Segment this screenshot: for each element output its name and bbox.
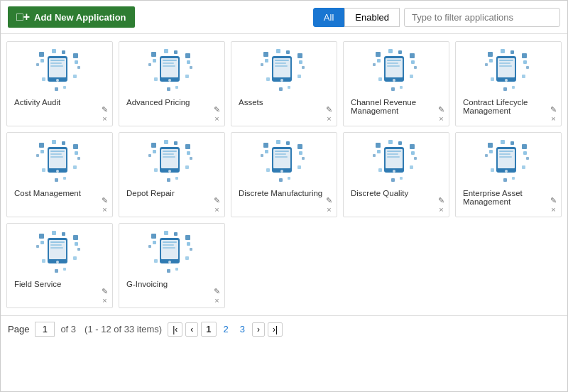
- svg-rect-148: [377, 150, 381, 153]
- svg-rect-39: [263, 52, 268, 57]
- svg-rect-59: [373, 63, 376, 66]
- filter-enabled-button[interactable]: Enabled: [344, 8, 400, 27]
- close-icon-6[interactable]: ×: [102, 206, 106, 214]
- svg-rect-63: [388, 49, 393, 53]
- svg-rect-42: [297, 53, 302, 58]
- svg-rect-131: [261, 154, 263, 157]
- svg-rect-14: [63, 86, 66, 89]
- close-icon-1[interactable]: ×: [102, 115, 106, 123]
- filter-all-button[interactable]: All: [313, 8, 344, 27]
- app-name-12: G-Invoicing: [125, 280, 219, 288]
- svg-rect-87: [499, 60, 513, 61]
- app-card-5: Contract Lifecycle Management✎×: [455, 41, 562, 126]
- svg-rect-78: [522, 53, 527, 58]
- svg-rect-207: [164, 231, 168, 235]
- page-1-button[interactable]: 1: [201, 322, 216, 337]
- svg-point-164: [505, 170, 508, 173]
- items-label: (1 - 12 of 33 items): [84, 324, 162, 334]
- edit-icon-11[interactable]: ✎: [102, 288, 108, 295]
- card-actions-6: ✎×: [102, 197, 108, 214]
- page-2-button[interactable]: 2: [219, 322, 233, 336]
- svg-rect-29: [154, 77, 158, 81]
- page-input[interactable]: [35, 322, 55, 337]
- edit-icon-4[interactable]: ✎: [438, 106, 444, 114]
- app-name-5: Contract Lifecycle Management: [462, 98, 555, 115]
- edit-icon-2[interactable]: ✎: [214, 106, 220, 114]
- close-icon-3[interactable]: ×: [327, 115, 331, 123]
- close-icon-5[interactable]: ×: [551, 115, 555, 123]
- svg-rect-49: [279, 87, 283, 91]
- close-icon-12[interactable]: ×: [214, 297, 219, 305]
- svg-rect-174: [522, 165, 525, 169]
- close-icon-9[interactable]: ×: [439, 206, 443, 214]
- svg-rect-57: [376, 52, 381, 57]
- svg-rect-208: [174, 232, 178, 236]
- svg-rect-215: [163, 247, 175, 249]
- edit-icon-7[interactable]: ✎: [214, 197, 220, 205]
- svg-rect-170: [526, 157, 529, 160]
- svg-rect-159: [387, 151, 401, 152]
- svg-rect-24: [185, 53, 190, 58]
- page-3-button[interactable]: 3: [236, 322, 249, 336]
- svg-point-110: [168, 170, 171, 173]
- add-button-label: Add New Application: [34, 12, 126, 23]
- svg-rect-132: [297, 144, 302, 149]
- card-actions-9: ✎×: [438, 197, 444, 214]
- card-actions-12: ✎×: [214, 288, 220, 305]
- svg-rect-195: [50, 241, 65, 243]
- edit-icon-3[interactable]: ✎: [326, 106, 332, 114]
- last-page-button[interactable]: ›|: [268, 322, 283, 337]
- first-page-button[interactable]: |‹: [168, 322, 182, 337]
- svg-rect-33: [163, 60, 177, 61]
- svg-rect-186: [73, 235, 78, 240]
- svg-rect-177: [499, 151, 513, 152]
- svg-rect-83: [491, 77, 494, 81]
- close-icon-7[interactable]: ×: [214, 206, 219, 214]
- app-name-2: Advanced Pricing: [125, 98, 219, 107]
- edit-icon-8[interactable]: ✎: [326, 197, 332, 205]
- svg-point-20: [168, 79, 171, 82]
- svg-rect-48: [297, 75, 301, 78]
- svg-rect-109: [161, 149, 178, 168]
- add-new-application-button[interactable]: □+ Add New Application: [8, 6, 135, 28]
- edit-icon-10[interactable]: ✎: [550, 197, 557, 205]
- edit-icon-5[interactable]: ✎: [550, 106, 557, 114]
- svg-rect-214: [163, 244, 174, 246]
- svg-rect-107: [50, 156, 63, 158]
- svg-rect-210: [185, 256, 189, 260]
- edit-icon-12[interactable]: ✎: [214, 288, 220, 295]
- svg-rect-187: [75, 242, 78, 246]
- svg-rect-137: [266, 168, 270, 172]
- close-icon-10[interactable]: ×: [551, 206, 555, 214]
- svg-rect-117: [164, 140, 168, 144]
- close-icon-11[interactable]: ×: [102, 297, 106, 305]
- close-icon-4[interactable]: ×: [439, 115, 443, 123]
- svg-rect-163: [498, 149, 515, 168]
- svg-rect-129: [263, 143, 268, 148]
- app-card-6: Cost Management✎×: [6, 132, 113, 217]
- app-icon-2: [147, 48, 197, 94]
- svg-rect-124: [163, 153, 174, 155]
- svg-rect-76: [489, 59, 493, 62]
- svg-rect-165: [488, 143, 493, 148]
- prev-page-button[interactable]: ‹: [185, 322, 198, 337]
- svg-rect-71: [387, 65, 400, 67]
- filter-input[interactable]: [404, 8, 560, 27]
- pagination-bar: Page of 3 (1 - 12 of 33 items) |‹ ‹ 1 2 …: [1, 315, 567, 342]
- edit-icon-6[interactable]: ✎: [102, 197, 108, 205]
- svg-rect-69: [387, 60, 401, 61]
- edit-icon-1[interactable]: ✎: [102, 106, 108, 114]
- app-name-6: Cost Management: [13, 189, 106, 197]
- svg-rect-136: [286, 141, 290, 145]
- svg-rect-197: [50, 247, 63, 249]
- svg-rect-89: [499, 65, 512, 67]
- svg-rect-142: [275, 153, 286, 155]
- close-icon-2[interactable]: ×: [214, 115, 219, 123]
- card-actions-5: ✎×: [550, 106, 557, 123]
- close-icon-8[interactable]: ×: [327, 206, 331, 214]
- edit-icon-9[interactable]: ✎: [438, 197, 444, 205]
- next-page-button[interactable]: ›: [252, 322, 265, 337]
- svg-rect-153: [388, 140, 393, 144]
- svg-rect-130: [265, 150, 268, 153]
- svg-rect-26: [190, 66, 192, 69]
